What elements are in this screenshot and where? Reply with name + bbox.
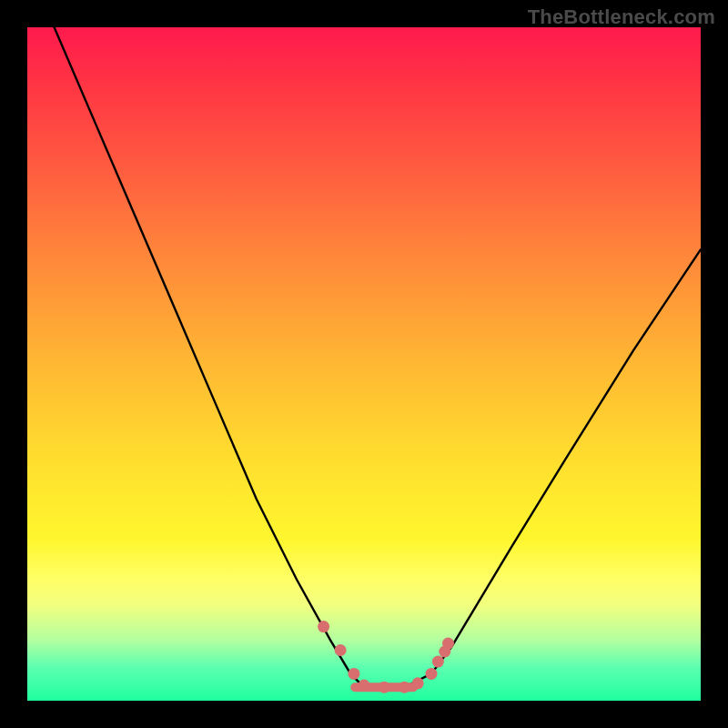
marker-dot (442, 638, 454, 650)
bottleneck-curve (55, 27, 701, 687)
highlight-markers (318, 621, 454, 693)
marker-dot (359, 680, 370, 692)
marker-dot (379, 682, 390, 693)
marker-dot (432, 656, 444, 668)
marker-dot (399, 682, 410, 693)
chart-frame: TheBottleneck.com (0, 0, 728, 728)
marker-dot (335, 644, 347, 656)
plot-area (27, 27, 701, 701)
marker-dot (426, 668, 438, 680)
attribution-label: TheBottleneck.com (528, 5, 715, 29)
marker-dot (318, 621, 329, 632)
marker-dot (412, 677, 424, 689)
curve-svg (27, 27, 701, 701)
marker-dot (348, 668, 359, 680)
